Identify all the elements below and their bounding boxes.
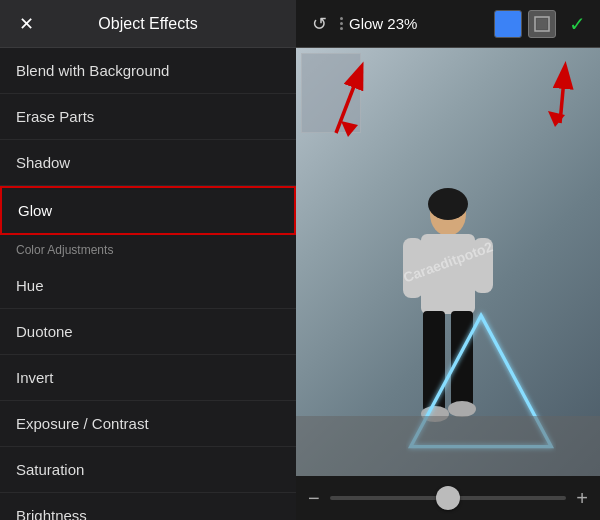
menu-item-hue[interactable]: Hue xyxy=(0,263,296,309)
menu-item-label: Erase Parts xyxy=(16,108,94,125)
menu-item-label: Saturation xyxy=(16,461,84,478)
right-panel: ↺ Glow 23% ✓ xyxy=(296,0,600,520)
slider-minus-button[interactable]: − xyxy=(308,487,320,510)
effects-menu-list: Blend with Background Erase Parts Shadow… xyxy=(0,48,296,520)
close-button[interactable]: ✕ xyxy=(12,10,40,38)
street-ground xyxy=(296,416,600,476)
slider-bar: − + xyxy=(296,476,600,520)
menu-item-shadow[interactable]: Shadow xyxy=(0,140,296,186)
menu-item-label: Shadow xyxy=(16,154,70,171)
menu-item-brightness[interactable]: Brightness xyxy=(0,493,296,520)
slider-track[interactable] xyxy=(330,496,567,500)
menu-item-erase[interactable]: Erase Parts xyxy=(0,94,296,140)
undo-button[interactable]: ↺ xyxy=(304,9,334,39)
photo-content: Caraeditpoto2 xyxy=(296,48,600,476)
menu-item-label: Invert xyxy=(16,369,54,386)
style-swatch-button[interactable] xyxy=(528,10,556,38)
color-swatch-button[interactable] xyxy=(494,10,522,38)
glow-label-container: Glow 23% xyxy=(340,15,488,32)
right-header: ↺ Glow 23% ✓ xyxy=(296,0,600,48)
menu-item-invert[interactable]: Invert xyxy=(0,355,296,401)
arrow-left-annotation xyxy=(306,53,426,143)
confirm-button[interactable]: ✓ xyxy=(562,9,592,39)
section-text: Color Adjustments xyxy=(16,243,113,257)
slider-plus-button[interactable]: + xyxy=(576,487,588,510)
left-panel: ✕ Object Effects Blend with Background E… xyxy=(0,0,296,520)
menu-item-blend[interactable]: Blend with Background xyxy=(0,48,296,94)
svg-point-3 xyxy=(428,188,468,220)
photo-canvas: Caraeditpoto2 xyxy=(296,48,600,476)
menu-item-label: Duotone xyxy=(16,323,73,340)
menu-item-label: Glow xyxy=(18,202,52,219)
arrow-right-annotation xyxy=(490,53,590,133)
check-icon: ✓ xyxy=(569,12,586,36)
svg-rect-1 xyxy=(537,19,547,29)
left-header: ✕ Object Effects xyxy=(0,0,296,48)
menu-item-exposure[interactable]: Exposure / Contrast xyxy=(0,401,296,447)
undo-icon: ↺ xyxy=(312,13,327,35)
svg-rect-6 xyxy=(473,238,493,293)
menu-item-label: Hue xyxy=(16,277,44,294)
close-icon: ✕ xyxy=(19,13,34,35)
slider-thumb[interactable] xyxy=(436,486,460,510)
panel-title: Object Effects xyxy=(40,15,256,33)
menu-item-label: Brightness xyxy=(16,507,87,520)
dots-menu-icon[interactable] xyxy=(340,17,343,30)
menu-item-saturation[interactable]: Saturation xyxy=(0,447,296,493)
menu-item-glow[interactable]: Glow xyxy=(0,186,296,235)
svg-marker-14 xyxy=(341,121,358,137)
style-icon xyxy=(534,16,550,32)
svg-rect-5 xyxy=(403,238,423,298)
menu-item-label: Exposure / Contrast xyxy=(16,415,149,432)
menu-item-duotone[interactable]: Duotone xyxy=(0,309,296,355)
glow-effect-label: Glow 23% xyxy=(349,15,417,32)
menu-item-label: Blend with Background xyxy=(16,62,169,79)
svg-rect-4 xyxy=(421,234,475,314)
section-label-color-adjustments: Color Adjustments xyxy=(0,235,296,263)
